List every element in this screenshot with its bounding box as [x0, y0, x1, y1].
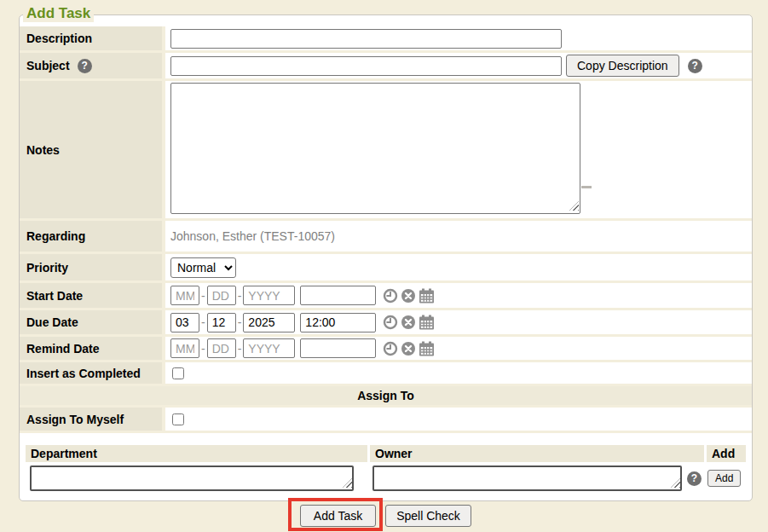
form-row-regarding: Regarding Johnson, Esther (TEST-10057): [20, 221, 752, 254]
spacer: [20, 433, 752, 445]
due-date-dd-input[interactable]: [207, 313, 236, 332]
due-date-time-input[interactable]: [300, 313, 376, 332]
form-row-remind-date: Remind Date - -: [20, 337, 752, 362]
description-input[interactable]: [170, 29, 562, 49]
remind-date-mm-input[interactable]: [170, 338, 199, 358]
add-assignee-button[interactable]: Add: [707, 470, 741, 487]
due-date-yyyy-input[interactable]: [243, 313, 295, 332]
date-separator: -: [238, 289, 242, 303]
remind-date-yyyy-input[interactable]: [243, 338, 295, 358]
remind-date-dd-input[interactable]: [207, 338, 236, 358]
clock-icon[interactable]: [383, 288, 398, 304]
department-column-header: Department: [31, 447, 97, 460]
description-label: Description: [26, 32, 92, 45]
form-row-description: Description: [20, 26, 752, 53]
notes-textarea[interactable]: [170, 83, 580, 214]
add-task-panel: Description Subject ? Copy Description ?…: [19, 14, 753, 501]
subject-help-icon[interactable]: ?: [78, 59, 92, 73]
calendar-icon[interactable]: [419, 341, 435, 356]
start-date-dd-input[interactable]: [207, 286, 236, 305]
calendar-icon[interactable]: [419, 315, 435, 330]
date-separator: -: [238, 342, 242, 356]
clear-date-icon[interactable]: [401, 341, 416, 356]
priority-select[interactable]: Normal: [170, 257, 236, 278]
assign-table-inputs: ? Add: [26, 465, 746, 492]
owner-column-header: Owner: [375, 447, 413, 460]
form-row-insert-completed: Insert as Completed: [20, 362, 752, 386]
due-date-label: Due Date: [26, 315, 78, 329]
assign-to-section-header: Assign To: [20, 386, 752, 408]
owner-help-icon[interactable]: ?: [687, 471, 702, 486]
owner-input[interactable]: [372, 466, 682, 491]
start-date-yyyy-input[interactable]: [243, 286, 295, 305]
regarding-label: Regarding: [26, 229, 85, 243]
clear-date-icon[interactable]: [401, 288, 416, 304]
clear-date-icon[interactable]: [401, 315, 416, 330]
copy-description-button[interactable]: Copy Description: [566, 55, 679, 77]
start-date-label: Start Date: [26, 289, 83, 303]
insert-completed-label: Insert as Completed: [26, 367, 141, 380]
start-date-mm-input[interactable]: [170, 286, 199, 305]
spell-check-button[interactable]: Spell Check: [385, 505, 471, 527]
form-row-priority: Priority Normal: [20, 254, 752, 283]
remind-date-time-input[interactable]: [300, 338, 376, 358]
date-separator: -: [201, 315, 205, 329]
calendar-icon[interactable]: [419, 288, 435, 304]
due-date-mm-input[interactable]: [170, 313, 199, 332]
date-separator: -: [238, 315, 242, 329]
form-row-subject: Subject ? Copy Description ?: [20, 53, 752, 81]
priority-label: Priority: [26, 261, 68, 275]
clock-icon[interactable]: [383, 315, 398, 330]
form-row-assign-myself: Assign To Myself: [20, 408, 752, 433]
form-row-due-date: Due Date - -: [20, 310, 752, 337]
add-column-header: Add: [712, 447, 735, 460]
assign-myself-label: Assign To Myself: [26, 413, 124, 426]
date-separator: -: [201, 342, 205, 356]
regarding-value: Johnson, Esther (TEST-10057): [170, 229, 335, 243]
insert-completed-checkbox[interactable]: [172, 367, 184, 379]
remind-date-label: Remind Date: [26, 342, 100, 356]
clock-icon[interactable]: [383, 341, 398, 356]
notes-label: Notes: [26, 143, 60, 157]
copy-description-help-icon[interactable]: ?: [688, 59, 702, 73]
form-row-notes: Notes: [20, 81, 752, 221]
footer-actions: Add Task Spell Check: [0, 504, 768, 532]
assign-myself-checkbox[interactable]: [172, 413, 184, 425]
screen-artifact: [581, 186, 592, 188]
start-date-time-input[interactable]: [300, 286, 376, 305]
page-title: Add Task: [23, 5, 94, 22]
date-separator: -: [201, 289, 205, 303]
subject-input[interactable]: [170, 56, 562, 76]
department-input[interactable]: [30, 466, 354, 491]
add-task-button[interactable]: Add Task: [300, 505, 376, 527]
assign-to-header-label: Assign To: [357, 389, 414, 402]
form-row-start-date: Start Date - -: [20, 283, 752, 310]
add-task-page: Add Task Description Subject ? Copy Desc…: [0, 0, 768, 532]
assign-table-header: Department Owner Add: [26, 445, 746, 462]
subject-label: Subject: [26, 59, 70, 72]
